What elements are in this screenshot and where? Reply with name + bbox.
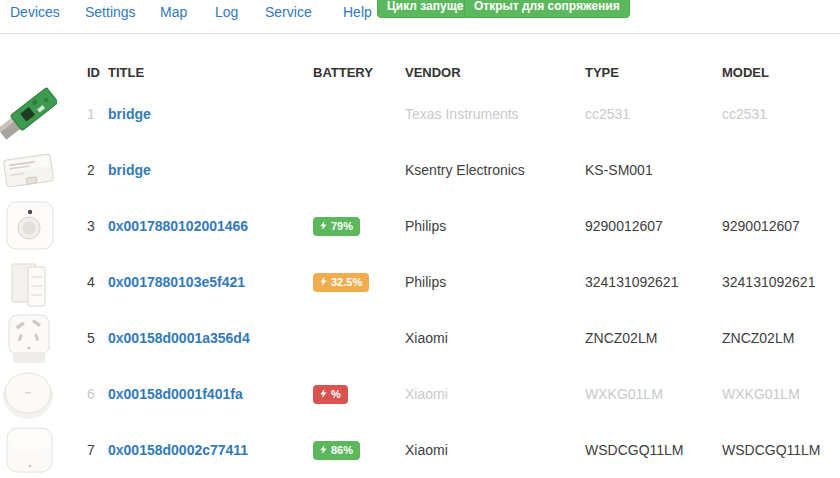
device-vendor: Xiaomi <box>405 442 585 458</box>
table-row: 6 0x00158d0001f401fa % Xiaomi WXKG01LM W… <box>0 366 840 422</box>
device-photo-temp-sensor <box>0 422 57 478</box>
battery-column-header: BATTERY <box>313 65 405 80</box>
device-id: 2 <box>87 162 108 178</box>
id-column-header: ID <box>87 65 108 80</box>
device-id: 1 <box>87 106 108 122</box>
nav-tab-map[interactable]: Map <box>160 4 187 20</box>
table-row: 3 0x0017880102001466 79% Philips 9290012… <box>0 198 840 254</box>
device-type: 324131092621 <box>585 274 722 290</box>
device-type: KS-SM001 <box>585 162 722 178</box>
battery-value: 32.5% <box>331 276 362 288</box>
device-type: WSDCGQ11LM <box>585 442 722 458</box>
device-vendor: Xiaomi <box>405 330 585 346</box>
devices-table: ID TITLE BATTERY VENDOR TYPE MODEL 1 bri… <box>0 58 840 478</box>
table-row: 2 bridge Ksentry Electronics KS-SM001 <box>0 142 840 198</box>
device-vendor: Philips <box>405 218 585 234</box>
model-column-header: MODEL <box>722 65 840 80</box>
nav-tab-settings[interactable]: Settings <box>85 4 136 20</box>
device-photo-cc2531-usb-stick <box>0 86 57 142</box>
permit-join-badge[interactable]: Открыт для сопряжения <box>464 0 630 18</box>
lightning-bolt-icon <box>320 444 327 455</box>
device-vendor: Xiaomi <box>405 386 585 402</box>
table-row: 1 bridge Texas Instruments cc2531 cc2531 <box>0 86 840 142</box>
device-photo-smart-plug <box>0 310 57 366</box>
battery-value: % <box>331 388 341 400</box>
device-model: 9290012607 <box>722 218 840 234</box>
device-model: 324131092621 <box>722 274 840 290</box>
devices-table-header: ID TITLE BATTERY VENDOR TYPE MODEL <box>0 58 840 86</box>
title-column-header: TITLE <box>108 65 313 80</box>
table-row: 7 0x00158d0002c77411 86% Xiaomi WSDCGQ11… <box>0 422 840 478</box>
lightning-bolt-icon <box>320 276 327 287</box>
device-photo-dimmer-switch <box>0 254 57 310</box>
device-title-link[interactable]: 0x0017880103e5f421 <box>108 274 245 290</box>
lightning-bolt-icon <box>320 388 327 399</box>
device-type: ZNCZ02LM <box>585 330 722 346</box>
lightning-bolt-icon <box>320 220 327 231</box>
device-title-link[interactable]: 0x00158d0002c77411 <box>108 442 248 458</box>
device-id: 3 <box>87 218 108 234</box>
nav-tab-help[interactable]: Help <box>343 4 372 20</box>
device-model: WXKG01LM <box>722 386 840 402</box>
battery-badge: % <box>313 385 348 404</box>
device-vendor: Texas Instruments <box>405 106 585 122</box>
device-manager-app: Devices Settings Map Log Service Help Ци… <box>0 0 840 478</box>
device-type: cc2531 <box>585 106 722 122</box>
nav-tab-log[interactable]: Log <box>215 4 238 20</box>
nav-tab-service[interactable]: Service <box>265 4 312 20</box>
battery-value: 86% <box>331 444 353 456</box>
device-title-link[interactable]: bridge <box>108 162 151 178</box>
device-model: cc2531 <box>722 106 840 122</box>
table-row: 4 0x0017880103e5f421 32.5% Philips 32413… <box>0 254 840 310</box>
device-title-link[interactable]: 0x00158d0001f401fa <box>108 386 243 402</box>
device-id: 7 <box>87 442 108 458</box>
device-type: 9290012607 <box>585 218 722 234</box>
vendor-column-header: VENDOR <box>405 65 585 80</box>
device-model: WSDCGQ11LM <box>722 442 840 458</box>
device-type: WXKG01LM <box>585 386 722 402</box>
table-row: 5 0x00158d0001a356d4 Xiaomi ZNCZ02LM ZNC… <box>0 310 840 366</box>
battery-value: 79% <box>331 220 353 232</box>
device-photo-round-button <box>0 366 57 422</box>
device-vendor: Philips <box>405 274 585 290</box>
device-title-link[interactable]: bridge <box>108 106 151 122</box>
device-title-link[interactable]: 0x00158d0001a356d4 <box>108 330 250 346</box>
nav-tab-devices[interactable]: Devices <box>10 4 60 20</box>
battery-badge: 86% <box>313 441 360 460</box>
battery-badge: 32.5% <box>313 273 369 292</box>
device-id: 6 <box>87 386 108 402</box>
type-column-header: TYPE <box>585 65 722 80</box>
devices-table-body: 1 bridge Texas Instruments cc2531 cc2531… <box>0 86 840 478</box>
device-vendor: Ksentry Electronics <box>405 162 585 178</box>
battery-badge: 79% <box>313 217 360 236</box>
device-id: 4 <box>87 274 108 290</box>
device-model: ZNCZ02LM <box>722 330 840 346</box>
device-photo-motion-sensor <box>0 198 57 254</box>
device-id: 5 <box>87 330 108 346</box>
device-photo-relay-module <box>0 142 57 198</box>
device-title-link[interactable]: 0x0017880102001466 <box>108 218 248 234</box>
